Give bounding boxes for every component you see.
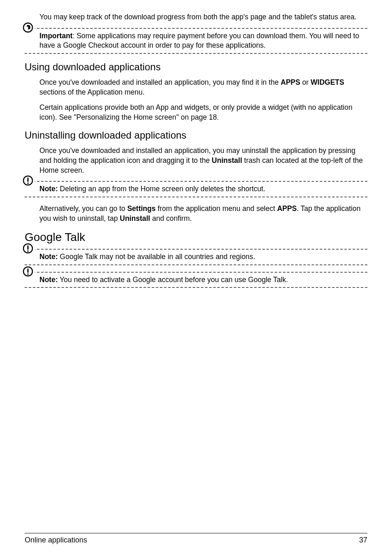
important-label: Important [39, 32, 73, 40]
important-body: : Some applications may require payment … [39, 32, 359, 50]
note-label: Note: [39, 185, 58, 193]
important-text: Important: Some applications may require… [39, 31, 367, 51]
note-gtalk1-text: Note: Google Talk may not be available i… [39, 252, 367, 262]
svg-rect-9 [28, 273, 29, 275]
page-number: 37 [359, 536, 367, 544]
svg-point-0 [23, 23, 32, 32]
heading-using-apps: Using downloaded applications [25, 61, 367, 73]
note-delete-callout: Note: Deleting an app from the Home scre… [25, 181, 367, 197]
uninstall-p2: Alternatively, you can go to Settings fr… [39, 204, 367, 223]
intro-paragraph: You may keep track of the download progr… [39, 12, 367, 22]
footer-section-title: Online applications [25, 536, 87, 544]
dash-divider [25, 264, 367, 265]
svg-rect-6 [28, 250, 29, 252]
dash-divider [25, 249, 367, 250]
page-footer: Online applications 37 [25, 530, 367, 544]
dash-divider [25, 197, 367, 197]
note-label: Note: [39, 253, 58, 261]
uninstall-p1: Once you've downloaded and installed an … [39, 146, 367, 175]
note-label: Note: [39, 276, 58, 284]
dash-divider [25, 181, 367, 182]
note-body: Google Talk may not be available in all … [58, 253, 255, 261]
info-icon [23, 243, 35, 254]
important-callout: Important: Some applications may require… [25, 28, 367, 54]
svg-rect-3 [28, 183, 29, 184]
dash-divider [25, 272, 367, 273]
note-gtalk2-text: Note: You need to activate a Google acco… [39, 275, 367, 285]
note-gtalk2-callout: Note: You need to activate a Google acco… [25, 272, 367, 288]
heading-google-talk: Google Talk [25, 231, 367, 244]
svg-rect-5 [28, 246, 29, 250]
note-body: Deleting an app from the Home screen onl… [58, 185, 265, 193]
svg-rect-8 [28, 269, 29, 273]
note-delete-text: Note: Deleting an app from the Home scre… [39, 184, 367, 194]
note-gtalk1-callout: Note: Google Talk may not be available i… [25, 249, 367, 265]
note-body: You need to activate a Google account be… [58, 276, 288, 284]
pin-icon [23, 22, 35, 33]
info-icon [23, 175, 35, 186]
using-apps-p1: Once you've downloaded and installed an … [39, 78, 367, 97]
footer-divider [25, 533, 367, 533]
dash-divider [25, 287, 367, 288]
dash-divider [25, 28, 367, 29]
dash-divider [25, 53, 367, 54]
using-apps-p2: Certain applications provide both an App… [39, 103, 367, 122]
svg-rect-2 [28, 178, 29, 182]
info-icon [23, 266, 35, 277]
heading-uninstall: Uninstalling downloaded applications [25, 130, 367, 141]
